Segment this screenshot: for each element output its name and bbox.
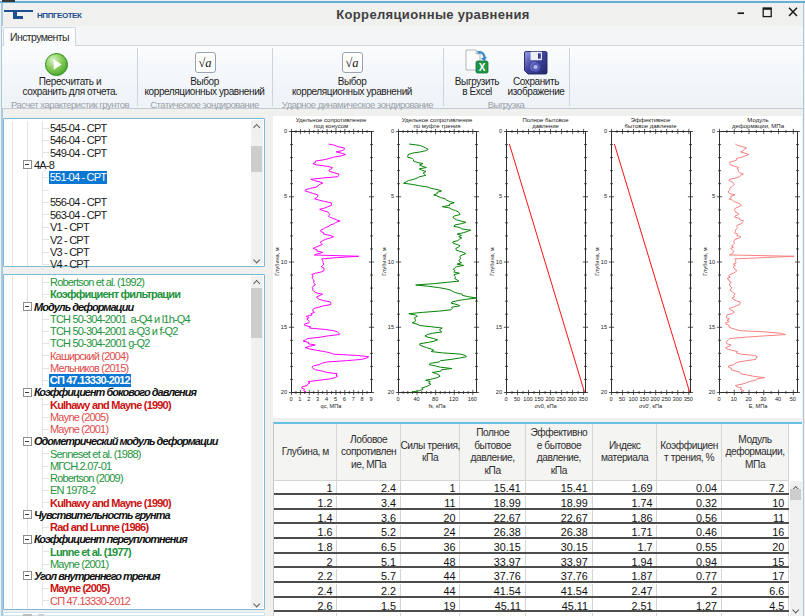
svg-text:0: 0 xyxy=(284,128,287,134)
svg-text:0: 0 xyxy=(712,128,715,134)
svg-text:0: 0 xyxy=(609,396,612,402)
svg-text:fs, кПа: fs, кПа xyxy=(428,403,446,409)
svg-text:5: 5 xyxy=(712,193,715,199)
svg-text:100: 100 xyxy=(523,396,532,402)
svg-text:50: 50 xyxy=(619,396,625,402)
svg-text:350: 350 xyxy=(578,396,587,402)
svg-text:150: 150 xyxy=(534,396,543,402)
svg-text:6: 6 xyxy=(343,396,346,402)
svg-text:деформации, МПа: деформации, МПа xyxy=(732,123,785,129)
svg-text:Полное бытовое: Полное бытовое xyxy=(522,117,569,123)
svg-text:Эффективное: Эффективное xyxy=(631,117,671,123)
svg-text:5: 5 xyxy=(334,396,337,402)
svg-text:по муфте трения: по муфте трения xyxy=(413,123,460,129)
svg-text:10: 10 xyxy=(731,396,737,402)
svg-text:Модуль: Модуль xyxy=(747,117,768,123)
svg-text:5: 5 xyxy=(499,193,502,199)
svg-text:σv0', кПа: σv0', кПа xyxy=(639,403,663,409)
svg-text:40: 40 xyxy=(775,396,781,402)
svg-text:qc, МПа: qc, МПа xyxy=(321,403,343,409)
svg-text:10: 10 xyxy=(281,259,287,265)
svg-text:20: 20 xyxy=(281,389,287,395)
svg-text:0: 0 xyxy=(504,396,507,402)
svg-text:Глубина, м: Глубина, м xyxy=(702,247,708,275)
svg-text:0: 0 xyxy=(289,396,292,402)
svg-text:9: 9 xyxy=(369,396,372,402)
svg-text:120: 120 xyxy=(449,396,458,402)
svg-text:10: 10 xyxy=(601,259,607,265)
svg-text:4: 4 xyxy=(325,396,328,402)
svg-text:300: 300 xyxy=(567,396,576,402)
svg-text:5: 5 xyxy=(284,193,287,199)
svg-text:Удельное сопротивление: Удельное сопротивление xyxy=(296,117,367,123)
svg-text:250: 250 xyxy=(662,396,671,402)
svg-text:80: 80 xyxy=(432,396,438,402)
svg-text:15: 15 xyxy=(388,324,394,330)
svg-text:7: 7 xyxy=(352,396,355,402)
svg-text:Глубина, м: Глубина, м xyxy=(274,247,280,275)
svg-text:15: 15 xyxy=(601,324,607,330)
svg-text:0: 0 xyxy=(391,128,394,134)
svg-text:X: X xyxy=(479,62,486,73)
svg-text:150: 150 xyxy=(639,396,648,402)
svg-text:0: 0 xyxy=(604,128,607,134)
svg-text:10: 10 xyxy=(496,259,502,265)
svg-text:E, МПа: E, МПа xyxy=(749,403,769,409)
svg-text:200: 200 xyxy=(545,396,554,402)
svg-text:50: 50 xyxy=(790,396,796,402)
svg-text:50: 50 xyxy=(514,396,520,402)
svg-text:0: 0 xyxy=(717,396,720,402)
svg-text:20: 20 xyxy=(496,389,502,395)
svg-text:15: 15 xyxy=(281,324,287,330)
svg-text:30: 30 xyxy=(760,396,766,402)
svg-text:Глубина, м: Глубина, м xyxy=(489,247,495,275)
svg-text:1: 1 xyxy=(298,396,301,402)
svg-text:100: 100 xyxy=(628,396,637,402)
svg-text:5: 5 xyxy=(604,193,607,199)
svg-text:3: 3 xyxy=(316,396,319,402)
svg-text:Глубина, м: Глубина, м xyxy=(594,247,600,275)
svg-text:250: 250 xyxy=(556,396,565,402)
svg-text:300: 300 xyxy=(673,396,682,402)
svg-text:5: 5 xyxy=(391,193,394,199)
svg-text:160: 160 xyxy=(468,396,477,402)
svg-text:350: 350 xyxy=(684,396,693,402)
svg-text:бытовое давление: бытовое давление xyxy=(625,123,678,129)
svg-text:8: 8 xyxy=(361,396,364,402)
svg-text:0: 0 xyxy=(396,396,399,402)
svg-text:под конусом: под конусом xyxy=(314,123,348,129)
svg-text:20: 20 xyxy=(388,389,394,395)
svg-text:σv0, кПа: σv0, кПа xyxy=(534,403,557,409)
svg-text:2: 2 xyxy=(307,396,310,402)
svg-text:200: 200 xyxy=(651,396,660,402)
svg-text:Удельное сопротивление: Удельное сопротивление xyxy=(402,117,473,123)
svg-text:15: 15 xyxy=(496,324,502,330)
svg-text:20: 20 xyxy=(709,389,715,395)
svg-text:40: 40 xyxy=(413,396,419,402)
svg-text:0: 0 xyxy=(499,128,502,134)
svg-text:10: 10 xyxy=(709,259,715,265)
svg-text:20: 20 xyxy=(601,389,607,395)
svg-text:давление: давление xyxy=(532,123,559,129)
svg-text:20: 20 xyxy=(745,396,751,402)
svg-text:Глубина, м: Глубина, м xyxy=(381,247,387,275)
svg-text:15: 15 xyxy=(709,324,715,330)
svg-text:10: 10 xyxy=(388,259,394,265)
